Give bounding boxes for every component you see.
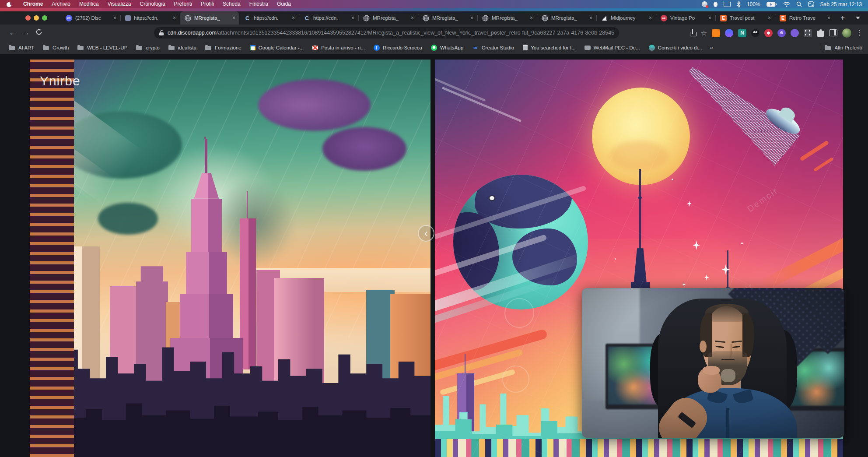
- display-icon[interactable]: [724, 2, 731, 7]
- bookmark-folder-formazione[interactable]: Formazione: [202, 43, 245, 53]
- other-bookmarks[interactable]: Altri Preferiti: [817, 44, 868, 51]
- empire-state-upper: [191, 199, 222, 254]
- bookmark-converti-video[interactable]: Converti i video di...: [645, 43, 706, 53]
- reload-button[interactable]: [32, 28, 46, 38]
- left-poster-watermark: Ynirbe: [40, 74, 80, 88]
- minimize-window-button[interactable]: [34, 15, 39, 21]
- menu-visualizza[interactable]: Visualizza: [103, 0, 136, 8]
- menu-chrome[interactable]: Chrome: [19, 0, 47, 8]
- extension-dark-face-icon[interactable]: [751, 29, 760, 37]
- menu-modifica[interactable]: Modifica: [75, 0, 103, 8]
- tab-close-icon[interactable]: ×: [589, 15, 592, 21]
- bluetooth-icon[interactable]: [737, 1, 741, 7]
- extension-purple-icon[interactable]: [777, 29, 786, 37]
- tab-label: https://cdn.: [313, 15, 348, 21]
- screen-record-icon[interactable]: [702, 1, 707, 7]
- folder-icon: [43, 45, 49, 50]
- globe-favicon: [185, 15, 191, 21]
- tab-cdn-3[interactable]: C https://cdn. ×: [299, 11, 358, 25]
- tab-midjourney[interactable]: Midjourney ×: [596, 11, 656, 25]
- tab-travel-poster-etsy[interactable]: E Travel post ×: [715, 11, 775, 25]
- tab-mrregista-3[interactable]: MRregista_ ×: [418, 11, 477, 25]
- tab-close-icon[interactable]: ×: [530, 15, 533, 21]
- tab-close-icon[interactable]: ×: [649, 15, 652, 21]
- extension-blue-icon[interactable]: [725, 29, 733, 37]
- tab-mrregista-active[interactable]: MRregista_ ×: [180, 11, 239, 25]
- bookmark-you-searched[interactable]: You searched for I...: [519, 43, 579, 53]
- bookmarks-overflow-chevron[interactable]: »: [710, 44, 713, 51]
- extension-violet-icon[interactable]: [791, 29, 799, 37]
- tab-discord[interactable]: (2762) Disc ×: [61, 11, 120, 25]
- bookmark-whatsapp[interactable]: WhatsApp: [427, 43, 467, 53]
- menu-finestra[interactable]: Finestra: [245, 0, 273, 8]
- extension-n-icon[interactable]: N: [738, 29, 746, 37]
- apple-menu-icon[interactable]: [6, 1, 12, 7]
- bookmark-creator-studio[interactable]: ∞Creator Studio: [469, 43, 518, 53]
- bookmark-google-calendar[interactable]: Google Calendar -...: [247, 43, 308, 53]
- other-bookmarks-label: Altri Preferiti: [834, 45, 862, 50]
- tab-cdn-1[interactable]: https://cdn. ×: [120, 11, 180, 25]
- bookmark-star-icon[interactable]: ☆: [701, 29, 707, 37]
- discord-favicon: [66, 15, 72, 21]
- bookmark-webmail-pec[interactable]: WebMail PEC - De...: [581, 43, 644, 53]
- carousel-prev-button[interactable]: ‹: [418, 225, 434, 242]
- oval-app-icon[interactable]: [714, 2, 718, 7]
- extension-metamask-icon[interactable]: [712, 29, 720, 37]
- tab-search-chevron-icon[interactable]: [856, 17, 860, 19]
- bookmark-folder-growth[interactable]: Growth: [39, 43, 72, 53]
- extension-red-icon[interactable]: [764, 29, 773, 37]
- tab-label: Travel post: [730, 15, 765, 21]
- menu-cronologia[interactable]: Cronologia: [136, 0, 170, 8]
- tab-close-icon[interactable]: ×: [232, 15, 235, 21]
- bookmark-folder-idealista[interactable]: idealista: [165, 43, 200, 53]
- bookmarks-divider: [821, 44, 821, 51]
- wifi-icon[interactable]: [783, 2, 790, 7]
- bookmark-label: idealista: [178, 45, 196, 50]
- share-icon[interactable]: [690, 29, 696, 36]
- extensions-puzzle-icon[interactable]: [817, 29, 824, 37]
- chrome-menu-icon[interactable]: ⋮: [856, 29, 863, 37]
- bookmark-folder-web-level-up[interactable]: WEB - LEVEL-UP: [74, 43, 131, 53]
- tab-close-icon[interactable]: ×: [292, 15, 295, 21]
- bookmark-folder-ai-art[interactable]: AI ART: [5, 43, 38, 53]
- profile-avatar[interactable]: [842, 28, 851, 38]
- tab-retro-travel-etsy[interactable]: E Retro Trave ×: [775, 11, 834, 25]
- bookmark-label: Growth: [52, 45, 69, 50]
- globe-favicon: [542, 15, 548, 21]
- extension-grid-icon[interactable]: [804, 29, 812, 37]
- tab-close-icon[interactable]: ×: [827, 15, 830, 21]
- menu-preferiti[interactable]: Preferiti: [170, 0, 196, 8]
- side-panel-icon[interactable]: [829, 29, 837, 36]
- bookmark-folder-crypto[interactable]: crypto: [133, 43, 163, 53]
- menu-scheda[interactable]: Scheda: [218, 0, 245, 8]
- tab-close-icon[interactable]: ×: [768, 15, 771, 21]
- tab-close-icon[interactable]: ×: [351, 15, 354, 21]
- tab-close-icon[interactable]: ×: [708, 15, 711, 21]
- spotlight-search-icon[interactable]: [796, 1, 802, 7]
- tab-mrregista-2[interactable]: MRregista_ ×: [358, 11, 418, 25]
- forward-button[interactable]: →: [19, 28, 32, 37]
- close-window-button[interactable]: [25, 15, 31, 21]
- maximize-window-button[interactable]: [42, 15, 47, 21]
- bookmark-facebook-profile[interactable]: fRiccardo Scrocca: [370, 43, 426, 53]
- tab-mrregista-5[interactable]: MRregista_ ×: [537, 11, 596, 25]
- battery-icon[interactable]: [766, 2, 777, 7]
- new-tab-button[interactable]: +: [834, 14, 851, 22]
- url-path: /attachments/1013512335442333816/1089144…: [217, 30, 614, 36]
- tab-close-icon[interactable]: ×: [470, 15, 473, 21]
- lock-icon[interactable]: [159, 30, 164, 35]
- menu-guida[interactable]: Guida: [273, 0, 295, 8]
- control-center-icon[interactable]: [808, 1, 814, 7]
- menu-profili[interactable]: Profili: [196, 0, 218, 8]
- tab-close-icon[interactable]: ×: [173, 15, 176, 21]
- tab-cdn-2[interactable]: C https://cdn. ×: [239, 11, 299, 25]
- menu-bar-clock[interactable]: Sab 25 mar 12:13: [820, 1, 862, 7]
- menu-archivio[interactable]: Archivio: [47, 0, 75, 8]
- tab-mrregista-4[interactable]: MRregista_ ×: [477, 11, 537, 25]
- tab-close-icon[interactable]: ×: [411, 15, 414, 21]
- back-button[interactable]: ←: [6, 28, 19, 37]
- bookmark-gmail-inbox[interactable]: Posta in arrivo - ri...: [309, 43, 368, 53]
- tab-close-icon[interactable]: ×: [113, 15, 116, 21]
- address-bar[interactable]: cdn.discordapp.com /attachments/10135123…: [154, 27, 619, 39]
- tab-vintage-poster[interactable]: Vintage Po ×: [656, 11, 715, 25]
